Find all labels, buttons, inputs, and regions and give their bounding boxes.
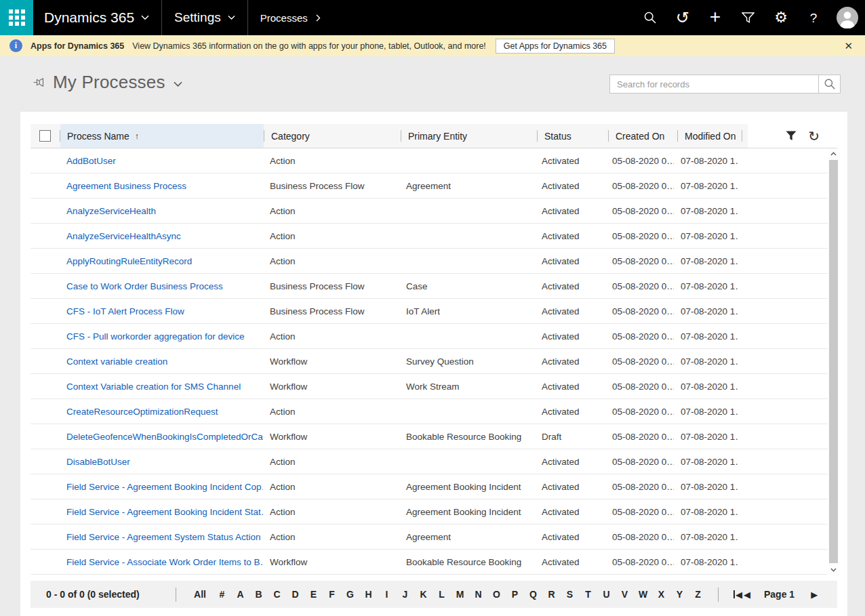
table-row[interactable]: Agreement Business ProcessBusiness Proce… [31, 173, 828, 199]
view-selector-button[interactable] [174, 81, 182, 87]
alphabet-letter[interactable]: N [469, 589, 487, 600]
grid-filter-button[interactable] [786, 131, 797, 141]
modified-on-cell: 07-08-2020 1… [674, 256, 738, 266]
help-button[interactable]: ? [797, 0, 830, 35]
next-page-button[interactable]: ▶ [811, 590, 818, 600]
table-row[interactable]: CreateResourceOptimizationRequestActionA… [31, 399, 828, 424]
process-name-link[interactable]: Field Service - Associate Work Order Ite… [60, 557, 263, 567]
alphabet-letter[interactable]: G [341, 589, 359, 600]
table-row[interactable]: ApplyRoutingRuleEntityRecordActionActiva… [31, 249, 828, 274]
alphabet-letter[interactable]: X [652, 589, 670, 600]
table-row[interactable]: Field Service - Agreement Booking Incide… [31, 499, 828, 525]
breadcrumb-processes[interactable]: Processes [248, 0, 333, 35]
alphabet-letter[interactable]: O [487, 589, 506, 600]
nav-settings-menu[interactable]: Settings [162, 0, 247, 35]
alphabet-letter[interactable]: All [187, 589, 213, 600]
table-row[interactable]: AnalyzeServiceHealthActionActivated05-08… [31, 199, 828, 224]
alphabet-letter[interactable]: # [213, 589, 231, 600]
table-row[interactable]: Field Service - Agreement System Status … [31, 525, 828, 550]
get-apps-button[interactable]: Get Apps for Dynamics 365 [496, 39, 615, 54]
alphabet-letter[interactable]: W [634, 589, 652, 600]
alphabet-letter[interactable]: C [268, 589, 286, 600]
scrollbar-thumb[interactable] [829, 160, 838, 563]
process-name-link[interactable]: CFS - Pull workorder aggregation for dev… [60, 331, 263, 342]
alphabet-letter[interactable]: S [561, 589, 579, 600]
search-input[interactable] [609, 75, 818, 94]
table-row[interactable]: CFS - IoT Alert Process FlowBusiness Pro… [31, 299, 828, 324]
alphabet-letter[interactable]: U [597, 589, 616, 600]
column-header-modified-on[interactable]: Modified On [678, 124, 742, 148]
process-name-link[interactable]: AnalyzeServiceHealthAsync [60, 231, 263, 241]
process-name-link[interactable]: Case to Work Order Business Process [60, 281, 263, 291]
alphabet-letter[interactable]: Q [524, 589, 542, 600]
first-page-button[interactable]: ◀ [733, 590, 742, 600]
table-row[interactable]: Case to Work Order Business ProcessBusin… [31, 274, 828, 299]
alphabet-letter[interactable]: A [231, 589, 249, 600]
process-name-link[interactable]: DeleteGeofenceWhenBookingIsCompletedOrCa… [60, 432, 263, 442]
settings-gear-button[interactable]: ⚙ [765, 0, 797, 35]
alphabet-letter[interactable]: E [304, 589, 323, 600]
alphabet-letter[interactable]: V [616, 589, 634, 600]
category-cell: Workflow [263, 356, 399, 367]
process-name-link[interactable]: Field Service - Agreement System Status … [60, 532, 263, 542]
process-name-link[interactable]: Field Service - Agreement Booking Incide… [60, 507, 263, 517]
alphabet-letter[interactable]: B [249, 589, 268, 600]
vertical-scrollbar[interactable] [828, 148, 839, 575]
select-all-checkbox[interactable] [39, 130, 51, 142]
alphabet-letter[interactable]: L [432, 589, 451, 600]
table-row[interactable]: Field Service - Associate Work Order Ite… [31, 550, 828, 575]
table-row[interactable]: AddBotUserActionActivated05-08-2020 0…07… [31, 148, 828, 173]
previous-page-button[interactable]: ◀ [744, 590, 750, 600]
process-name-link[interactable]: CreateResourceOptimizationRequest [60, 407, 263, 417]
scroll-down-button[interactable] [828, 564, 839, 575]
search-submit-button[interactable] [818, 75, 841, 94]
app-launcher-button[interactable] [0, 0, 33, 35]
create-record-button[interactable]: + [699, 0, 731, 35]
user-menu-button[interactable] [830, 0, 865, 35]
column-header-category[interactable]: Category [264, 124, 401, 148]
process-name-link[interactable]: Context Variable creation for SMS Channe… [60, 382, 263, 392]
table-row[interactable]: Field Service - Agreement Booking Incide… [31, 474, 828, 499]
process-name-link[interactable]: AnalyzeServiceHealth [60, 206, 263, 216]
alphabet-letter[interactable]: H [359, 589, 378, 600]
nav-dynamics365-menu[interactable]: Dynamics 365 [33, 0, 161, 35]
alphabet-letter[interactable]: Z [689, 589, 707, 600]
alphabet-letter[interactable]: D [286, 589, 304, 600]
process-name-link[interactable]: DisableBotUser [60, 457, 263, 467]
refresh-icon[interactable]: ↻ [808, 129, 820, 143]
status-cell: Activated [535, 507, 605, 517]
process-name-link[interactable]: ApplyRoutingRuleEntityRecord [60, 256, 263, 266]
process-name-link[interactable]: CFS - IoT Alert Process Flow [60, 306, 263, 316]
process-name-link[interactable]: AddBotUser [60, 156, 263, 166]
scroll-up-button[interactable] [828, 148, 839, 159]
table-row[interactable]: Context variable creationWorkflowSurvey … [31, 349, 828, 374]
alphabet-letter[interactable]: Y [670, 589, 689, 600]
process-name-link[interactable]: Agreement Business Process [60, 181, 263, 191]
process-name-link[interactable]: Context variable creation [60, 356, 263, 367]
search-button[interactable] [634, 0, 666, 35]
column-header-status[interactable]: Status [538, 124, 608, 148]
column-header-primary-entity[interactable]: Primary Entity [401, 124, 537, 148]
alphabet-letter[interactable]: R [542, 589, 561, 600]
alphabet-letter[interactable]: M [451, 589, 469, 600]
alphabet-letter[interactable]: J [396, 589, 414, 600]
advanced-find-button[interactable] [731, 0, 764, 35]
alphabet-letter[interactable]: P [506, 589, 524, 600]
alphabet-letter[interactable]: T [579, 589, 597, 600]
table-row[interactable]: AnalyzeServiceHealthAsyncActionActivated… [31, 224, 828, 249]
alphabet-letter[interactable]: K [414, 589, 432, 600]
alphabet-letter[interactable]: I [378, 589, 396, 600]
table-row[interactable]: DeleteGeofenceWhenBookingIsCompletedOrCa… [31, 424, 828, 449]
pin-view-button[interactable] [33, 77, 45, 87]
info-icon: i [9, 39, 22, 52]
table-row[interactable]: Context Variable creation for SMS Channe… [31, 374, 828, 399]
alphabet-letter[interactable]: F [323, 589, 341, 600]
table-row[interactable]: CFS - Pull workorder aggregation for dev… [31, 324, 828, 349]
column-header-created-on[interactable]: Created On [609, 124, 677, 148]
process-name-link[interactable]: Field Service - Agreement Booking Incide… [60, 482, 263, 492]
close-icon[interactable]: ✕ [841, 40, 856, 52]
app-title: Dynamics 365 [44, 9, 134, 26]
table-row[interactable]: DisableBotUserActionActivated05-08-2020 … [31, 449, 828, 474]
recent-items-button[interactable]: ↺ [666, 0, 699, 35]
column-header-process-name[interactable]: Process Name ↑ [60, 124, 264, 148]
